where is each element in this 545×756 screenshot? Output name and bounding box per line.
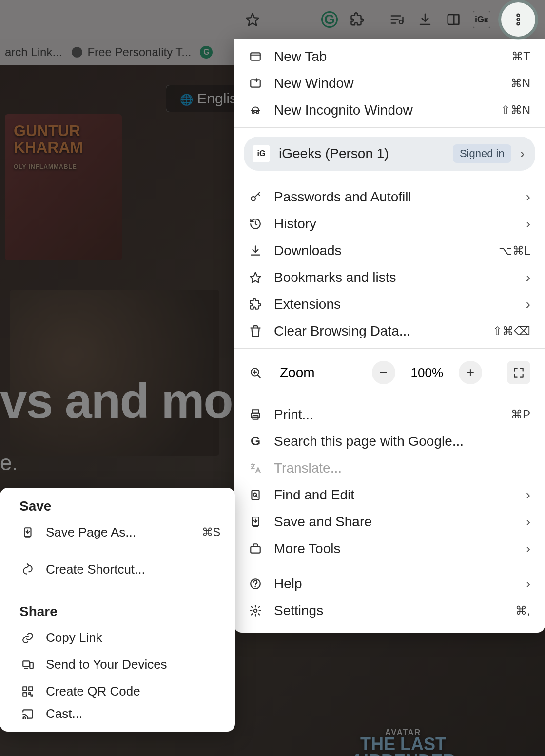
devices-icon — [19, 658, 36, 671]
new-tab-shortcut: ⌘T — [511, 50, 530, 63]
ig-profile-icon[interactable]: iG◧ — [473, 11, 490, 28]
poster-tagline: OLY INFLAMMABLE — [14, 163, 77, 170]
downloads-item[interactable]: Downloads ⌥⌘L — [234, 237, 545, 264]
svg-point-8 — [517, 14, 520, 17]
zoom-separator — [496, 364, 496, 381]
zoom-value: 100% — [404, 365, 450, 380]
svg-rect-33 — [251, 546, 260, 553]
svg-line-31 — [256, 496, 257, 497]
poster-title-line2: KHARAM — [14, 139, 83, 156]
svg-rect-29 — [252, 490, 259, 500]
send-devices-item[interactable]: Send to Your Devices — [0, 651, 235, 678]
settings-label: Settings — [274, 603, 515, 618]
puzzle-icon — [246, 298, 265, 311]
svg-point-46 — [23, 717, 24, 718]
save-page-label: Save Page As... — [46, 525, 202, 540]
send-devices-label: Send to Your Devices — [46, 657, 220, 672]
help-item[interactable]: Help › — [234, 570, 545, 597]
new-tab-icon — [246, 50, 265, 63]
svg-point-10 — [517, 22, 520, 25]
bookmark-item-3[interactable]: G — [200, 46, 213, 59]
chevron-right-icon: › — [526, 270, 530, 285]
bookmark-label-2: Free Personality T... — [87, 45, 191, 59]
chevron-right-icon: › — [526, 576, 530, 592]
chevron-right-icon: › — [520, 146, 525, 161]
bookmark-star-icon[interactable] — [244, 11, 261, 28]
svg-rect-38 — [23, 661, 29, 666]
chevron-right-icon: › — [526, 189, 530, 205]
save-page-as-item[interactable]: Save Page As... ⌘S — [0, 519, 235, 546]
grammarly-icon[interactable]: G — [321, 11, 338, 28]
new-incognito-shortcut: ⇧⌘N — [501, 103, 530, 117]
save-section-title: Save — [0, 488, 235, 519]
bookmarks-item[interactable]: Bookmarks and lists › — [234, 264, 545, 291]
find-edit-item[interactable]: Find and Edit › — [234, 481, 545, 508]
new-incognito-item[interactable]: New Incognito Window ⇧⌘N — [234, 97, 545, 123]
zoom-label: Zoom — [280, 365, 363, 380]
music-queue-icon[interactable] — [388, 11, 406, 28]
print-item[interactable]: Print... ⌘P — [234, 401, 545, 428]
hero-title-fragment: vs and mor — [0, 373, 251, 429]
side-panel-icon[interactable] — [445, 11, 462, 28]
copy-link-item[interactable]: Copy Link — [0, 624, 235, 651]
history-item[interactable]: History › — [234, 210, 545, 237]
bottom-poster: AVATAR THE LAST AIRBENDER — [351, 729, 455, 756]
hero-subtitle-fragment: e. — [0, 451, 18, 475]
create-qr-item[interactable]: Create QR Code — [0, 678, 235, 705]
svg-rect-12 — [251, 53, 260, 60]
chevron-right-icon: › — [526, 541, 530, 557]
translate-icon — [246, 462, 265, 475]
print-shortcut: ⌘P — [511, 408, 530, 421]
profile-avatar-icon: iG — [253, 145, 270, 162]
profile-item[interactable]: iG iGeeks (Person 1) Signed in › — [244, 137, 535, 171]
new-window-icon — [246, 77, 265, 90]
extensions-icon[interactable] — [349, 11, 366, 28]
submenu-divider — [0, 588, 235, 588]
new-window-item[interactable]: New Window ⌘N — [234, 70, 545, 97]
svg-point-11 — [72, 47, 83, 58]
bookmark-item-2[interactable]: Free Personality T... — [71, 45, 191, 59]
settings-item[interactable]: Settings ⌘, — [234, 597, 545, 624]
zoom-in-button[interactable]: + — [459, 361, 482, 384]
chevron-right-icon: › — [526, 216, 530, 232]
chevron-right-icon: › — [526, 297, 530, 312]
zoom-out-button[interactable]: − — [372, 361, 395, 384]
new-tab-item[interactable]: New Tab ⌘T — [234, 43, 545, 70]
find-icon — [246, 489, 265, 501]
create-shortcut-item[interactable]: Create Shortcut... — [0, 556, 235, 583]
globe-icon — [71, 46, 83, 59]
save-share-label: Save and Share — [274, 514, 526, 530]
profile-name: iGeeks (Person 1) — [279, 146, 444, 161]
key-icon — [246, 191, 265, 203]
search-google-item[interactable]: G Search this page with Google... — [234, 428, 545, 455]
save-share-icon — [246, 516, 265, 528]
poster-title-line1: GUNTUR — [14, 122, 80, 139]
svg-rect-14 — [251, 80, 260, 87]
svg-rect-43 — [23, 693, 27, 696]
zoom-icon — [246, 366, 265, 379]
more-tools-item[interactable]: More Tools › — [234, 535, 545, 562]
history-label: History — [274, 216, 526, 232]
bookmark-item-1[interactable]: arch Link... — [5, 45, 62, 59]
svg-rect-42 — [29, 687, 33, 691]
download-icon[interactable] — [416, 11, 434, 28]
save-share-item[interactable]: Save and Share › — [234, 508, 545, 535]
trash-icon — [246, 325, 265, 338]
more-menu-button[interactable] — [501, 2, 535, 37]
clear-data-item[interactable]: Clear Browsing Data... ⇧⌘⌫ — [234, 318, 545, 344]
svg-point-9 — [517, 19, 520, 21]
create-qr-label: Create QR Code — [46, 684, 220, 699]
link-icon — [19, 632, 36, 644]
svg-point-36 — [254, 609, 257, 612]
svg-rect-41 — [23, 687, 27, 691]
qr-icon — [19, 685, 36, 698]
svg-marker-0 — [247, 14, 259, 26]
fullscreen-button[interactable] — [507, 361, 530, 384]
google-icon: G — [246, 434, 265, 449]
passwords-item[interactable]: Passwords and Autofill › — [234, 183, 545, 210]
svg-rect-39 — [30, 662, 33, 668]
cast-item[interactable]: Cast... — [0, 705, 235, 732]
extensions-item[interactable]: Extensions › — [234, 291, 545, 318]
passwords-label: Passwords and Autofill — [274, 189, 526, 205]
extensions-label: Extensions — [274, 297, 526, 312]
